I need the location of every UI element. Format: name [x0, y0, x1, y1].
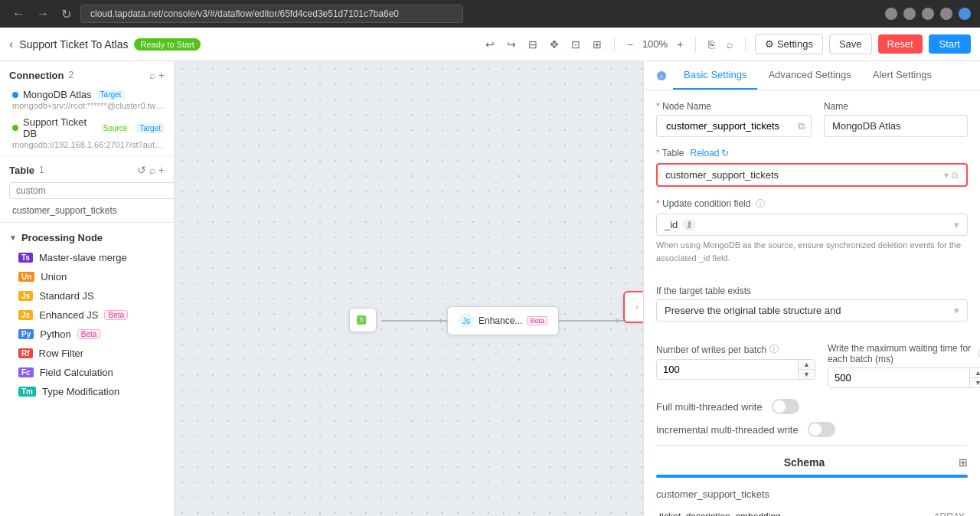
node-label-union: Union	[41, 271, 67, 282]
toolbar-divider-3	[745, 37, 746, 52]
incremental-multi-thread-toggle[interactable]	[808, 422, 835, 437]
tab-alert-settings[interactable]: Alert Settings	[862, 61, 942, 90]
badge-js-enhanced: Js	[18, 310, 33, 320]
source-node[interactable]: S	[349, 308, 377, 332]
node-item-union[interactable]: Un Union	[0, 267, 174, 286]
enhance-node[interactable]: Js Enhance... Beta	[447, 306, 559, 335]
node-section-title: Processing Node	[21, 232, 103, 243]
node-name-input[interactable]	[663, 116, 798, 136]
writes-up-btn[interactable]: ▲	[799, 360, 815, 370]
node-section-header[interactable]: ▼ Processing Node	[0, 227, 174, 248]
connection-item-atlas[interactable]: MongoDB Atlas Target mongodb+srv://root:…	[0, 86, 174, 113]
node-name-label: Node Name	[656, 101, 812, 112]
connection-search-btn[interactable]: ⌕	[149, 69, 155, 81]
arrow-2: ›	[616, 314, 619, 326]
writes-down-btn[interactable]: ▼	[799, 370, 815, 379]
toolbar-status-badge: Ready to Start	[134, 38, 200, 51]
panel-body: Node Name ⧉ Name MongoDB Atlas Table Rel…	[644, 90, 980, 516]
badge-js-standard: Js	[18, 291, 33, 301]
name-value: MongoDB Atlas	[824, 115, 968, 137]
table-select[interactable]: customer_support_tickets ▾ ⧉	[656, 163, 968, 187]
toolbar-redo-btn[interactable]: ↪	[504, 35, 519, 54]
table-search-input[interactable]	[9, 182, 175, 199]
node-item-enhanced-js[interactable]: Js Enhanced JS Beta	[0, 305, 174, 325]
table-section-header: Table 1 ↺ ⌕ +	[0, 159, 174, 181]
table-copy-icon[interactable]: ⧉	[952, 170, 959, 181]
node-item-row-filter[interactable]: Rf Row Filter	[0, 344, 174, 363]
browser-refresh-btn[interactable]: ↻	[58, 5, 74, 23]
node-label-field-calc: Field Calculation	[40, 367, 113, 378]
canvas-area[interactable]: › › S Js Enhance... Beta ›	[175, 61, 643, 516]
tag-target-support: Target	[136, 123, 165, 133]
badge-fc: Fc	[18, 367, 34, 377]
connection-item-support[interactable]: Support Ticket DB Source Target mongodb:…	[0, 113, 174, 152]
toolbar-delete-btn[interactable]: ⊟	[525, 35, 541, 54]
target-node[interactable]: › customer_sup...	[623, 291, 643, 323]
toolbar-move-btn[interactable]: ✥	[547, 35, 562, 54]
form-row-names: Node Name ⧉ Name MongoDB Atlas	[656, 101, 968, 137]
toolbar-back-btn[interactable]: ‹	[9, 38, 13, 51]
enhance-node-icon: Js	[459, 313, 474, 328]
browser-back-btn[interactable]: ←	[9, 5, 28, 22]
node-item-python[interactable]: Py Python Beta	[0, 325, 174, 344]
wait-down-btn[interactable]: ▼	[970, 378, 980, 387]
reset-button[interactable]: Reset	[878, 34, 923, 54]
node-label-master-slave: Master-slave merge	[39, 252, 127, 263]
table-dropdown-icon[interactable]: ▾	[944, 170, 949, 181]
enhance-node-label: Enhance...	[479, 315, 522, 326]
wait-time-ctrl[interactable]: ▲ ▼	[828, 367, 980, 388]
browser-forward-btn[interactable]: →	[34, 5, 52, 22]
update-condition-info-icon: ⓘ	[756, 198, 765, 209]
table-add-btn[interactable]: +	[158, 164, 165, 176]
tab-basic-settings[interactable]: Basic Settings	[673, 61, 757, 90]
toolbar-fit-btn[interactable]: ⊡	[568, 35, 583, 54]
table-refresh-btn[interactable]: ↺	[137, 164, 146, 176]
schema-title: Schema	[656, 456, 952, 469]
tab-advanced-settings[interactable]: Advanced Settings	[757, 61, 861, 90]
badge-py: Py	[18, 329, 34, 339]
node-item-field-calc[interactable]: Fc Field Calculation	[0, 363, 174, 382]
writes-per-batch-input[interactable]	[657, 360, 798, 379]
update-condition-dropdown[interactable]: ▾	[954, 219, 959, 230]
node-name-copy-icon[interactable]: ⧉	[798, 120, 805, 132]
full-multi-thread-toggle[interactable]	[772, 399, 799, 414]
wait-up-btn[interactable]: ▲	[970, 368, 980, 378]
table-search-btn[interactable]: ⌕	[149, 164, 155, 176]
wait-time-input[interactable]	[828, 368, 969, 387]
connection-section-actions: ⌕ +	[149, 69, 165, 81]
connector-1	[381, 320, 449, 322]
table-exists-label: If the target table exists	[656, 286, 968, 296]
connection-dot-support	[12, 125, 18, 131]
node-label-row-filter: Row Filter	[39, 348, 84, 359]
sidebar-divider-1	[0, 155, 174, 156]
node-item-type-mod[interactable]: Tm Type Modification	[0, 382, 174, 401]
table-exists-select[interactable]: Preserve the original table structure an…	[656, 299, 968, 322]
schema-header: Schema ⊞	[656, 456, 968, 469]
node-name-input-wrap[interactable]: ⧉	[656, 115, 812, 137]
connection-name-atlas: MongoDB Atlas Target	[12, 89, 165, 100]
form-group-name: Name MongoDB Atlas	[824, 101, 968, 137]
toolbar-search-btn[interactable]: ⌕	[724, 35, 736, 54]
toolbar-copy-btn[interactable]: ⎘	[705, 35, 717, 54]
connection-add-btn[interactable]: +	[158, 69, 165, 81]
table-item-0[interactable]: customer_support_tickets	[0, 202, 174, 219]
full-multi-thread-row: Full multi-threaded write	[656, 399, 968, 414]
toolbar-crop-btn[interactable]: ⊞	[590, 35, 605, 54]
schema-row: ticket_description_embedding ARRAY	[656, 508, 968, 516]
update-condition-select[interactable]: _id ⚷ ▾	[656, 214, 968, 236]
table-section-actions: ↺ ⌕ +	[137, 164, 165, 176]
start-button[interactable]: Start	[929, 34, 971, 54]
writes-per-batch-ctrl[interactable]: ▲ ▼	[656, 359, 815, 380]
node-item-standard-js[interactable]: Js Standard JS	[0, 286, 174, 305]
toolbar-undo-btn[interactable]: ↩	[482, 35, 498, 54]
save-button[interactable]: Save	[829, 34, 872, 54]
toolbar-zoom-out-btn[interactable]: −	[624, 35, 636, 54]
svg-text:S: S	[360, 317, 364, 322]
connection-url-atlas: mongodb+srv://root:******@cluster0.twru.…	[12, 101, 165, 110]
node-item-master-slave[interactable]: Ts Master-slave merge	[0, 248, 174, 267]
reload-link[interactable]: Reload ↻	[690, 148, 728, 158]
settings-button[interactable]: ⚙ Settings	[755, 34, 823, 54]
toolbar-zoom-in-btn[interactable]: +	[674, 35, 686, 54]
table-section-title: Table	[9, 165, 34, 176]
connection-count: 2	[69, 70, 74, 80]
